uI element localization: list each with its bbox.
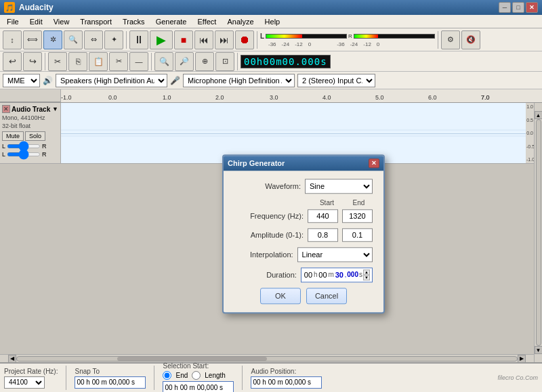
clip-trim-icon[interactable]: ⚙	[441, 30, 460, 49]
app-title: Audacity	[19, 3, 54, 12]
mic-icon: 🎤	[170, 76, 180, 85]
interpolation-select[interactable]: Linear Logarithmic	[297, 247, 373, 262]
channel-select[interactable]: 2 (Stereo) Input C...	[297, 74, 375, 87]
frequency-label: Frequency (Hz):	[234, 212, 304, 220]
sep4	[45, 53, 45, 70]
maximize-button[interactable]: □	[512, 2, 524, 13]
timeshift-tool-icon[interactable]: ⇔	[84, 30, 103, 49]
stop-button[interactable]: ■	[174, 30, 193, 49]
start-end-headers: Start End	[234, 199, 373, 206]
zoom-sel-icon[interactable]: ⊕	[195, 52, 214, 71]
menu-edit[interactable]: Edit	[26, 17, 47, 26]
duration-row: Duration: 00 h 00 m 30 , 000 s ▲ ▼	[234, 267, 373, 282]
skip-fwd-button[interactable]: ⏭	[215, 30, 234, 49]
menu-help[interactable]: Help	[261, 17, 285, 26]
menu-generate[interactable]: Generate	[152, 17, 191, 26]
menu-bar: File Edit View Transport Tracks Generate…	[0, 15, 542, 28]
project-rate-select[interactable]: 44100	[4, 376, 45, 389]
redo-icon[interactable]: ↪	[23, 52, 42, 71]
menu-view[interactable]: View	[49, 17, 74, 26]
ok-button[interactable]: OK	[260, 288, 301, 304]
menu-analyze[interactable]: Analyze	[223, 17, 257, 26]
status-sep3	[242, 366, 243, 390]
device-toolbar: MME 🔊 Speakers (High Definition Audi... …	[0, 72, 542, 89]
output-device-select[interactable]: Speakers (High Definition Audi...	[56, 74, 167, 87]
freq-start-input[interactable]	[308, 209, 338, 223]
amp-end-input[interactable]	[342, 228, 373, 242]
menu-effect[interactable]: Effect	[194, 17, 221, 26]
menu-file[interactable]: File	[3, 17, 23, 26]
dur-s-dec-val: 000	[347, 271, 358, 278]
length-radio[interactable]	[192, 371, 201, 380]
start-header: Start	[313, 199, 341, 206]
multi-tool-icon[interactable]: ✦	[104, 30, 123, 49]
api-select[interactable]: MME	[3, 74, 40, 87]
duration-input[interactable]: 00 h 00 m 30 , 000 s ▲ ▼	[301, 267, 373, 282]
end-header: End	[345, 199, 373, 206]
sep1	[126, 31, 127, 49]
zoom-fit-icon[interactable]: ⊡	[215, 52, 234, 71]
title-bar: 🎵 Audacity ─ □ ✕	[0, 0, 542, 15]
audio-position-label: Audio Position:	[251, 368, 322, 375]
undo-icon[interactable]: ↩	[3, 52, 22, 71]
close-button[interactable]: ✕	[526, 2, 538, 13]
dialog-buttons: OK Cancel	[234, 288, 373, 304]
watermark: filecro Co.Com	[497, 374, 538, 381]
silence2-icon[interactable]: —	[129, 52, 148, 71]
sep6	[237, 53, 238, 70]
selection-start-label: Selection Start:	[163, 362, 234, 370]
zoom-in-icon[interactable]: 🔍	[154, 52, 173, 71]
freq-end-input[interactable]	[342, 209, 373, 223]
dialog-overlay: Chirp Generator ✕ Waveform: Sine Square …	[0, 89, 542, 362]
end-radio[interactable]	[163, 371, 171, 380]
speaker-icon: 🔊	[43, 76, 53, 85]
trim-icon[interactable]: ✂	[109, 52, 128, 71]
input-device-select[interactable]: Microphone (High Definition Au...	[183, 74, 295, 87]
amp-start-input[interactable]	[308, 228, 338, 242]
dur-s-decimal: ,	[345, 271, 347, 278]
skip-back-button[interactable]: ⏮	[194, 30, 213, 49]
audio-position-input[interactable]	[251, 376, 322, 389]
cut-icon[interactable]: ✂	[48, 52, 67, 71]
silence-icon[interactable]: 🔇	[461, 30, 480, 49]
waveform-label: Waveform:	[234, 182, 301, 190]
menu-transport[interactable]: Transport	[76, 17, 116, 26]
select-tool-icon[interactable]: ↕	[3, 30, 22, 49]
project-rate-label: Project Rate (Hz):	[4, 368, 58, 375]
dur-spin-up[interactable]: ▲	[363, 269, 370, 275]
dur-spin-down[interactable]: ▼	[363, 275, 370, 280]
menu-tracks[interactable]: Tracks	[119, 17, 149, 26]
dialog-close-button[interactable]: ✕	[369, 158, 379, 168]
play-button[interactable]: ▶	[150, 30, 173, 49]
app-icon: 🎵	[4, 2, 15, 13]
pause-button[interactable]: ⏸	[129, 30, 148, 49]
minimize-button[interactable]: ─	[499, 2, 511, 13]
record-button[interactable]: ⏺	[235, 30, 254, 49]
paste-icon[interactable]: 📋	[89, 52, 108, 71]
sep2	[257, 31, 257, 49]
snap-to-group: Snap To	[75, 368, 146, 389]
selection-group: Selection Start: End Length	[163, 362, 234, 392]
snap-to-input[interactable]	[75, 376, 146, 389]
vu-meter-area: L R -36-24-120 -36-24-120	[260, 32, 435, 47]
duration-spinner[interactable]: ▲ ▼	[363, 269, 370, 280]
envelope-tool-icon[interactable]: ⟺	[23, 30, 42, 49]
zoom-out-icon[interactable]: 🔎	[175, 52, 194, 71]
sep3	[438, 31, 438, 49]
copy-icon[interactable]: ⎘	[68, 52, 87, 71]
dur-m-unit: m	[328, 271, 333, 278]
amplitude-label: Amplitude (0-1):	[234, 231, 304, 239]
time-display: 00h00m00.000s	[241, 55, 331, 68]
zoom-tool-icon[interactable]: 🔍	[64, 30, 83, 49]
sel-end-input[interactable]	[163, 381, 234, 392]
interpolation-label: Interpolation:	[234, 251, 293, 259]
amplitude-row: Amplitude (0-1):	[234, 228, 373, 242]
frequency-row: Frequency (Hz):	[234, 209, 373, 223]
dialog-title-bar: Chirp Generator ✕	[224, 156, 383, 171]
cancel-button[interactable]: Cancel	[306, 288, 347, 304]
snap-to-label: Snap To	[75, 368, 146, 375]
status-sep1	[66, 366, 66, 390]
draw-tool-icon[interactable]: ✲	[43, 30, 62, 49]
waveform-select[interactable]: Sine Square Sawtooth Square, no alias	[305, 179, 373, 194]
project-rate-group: Project Rate (Hz): 44100	[4, 368, 58, 389]
